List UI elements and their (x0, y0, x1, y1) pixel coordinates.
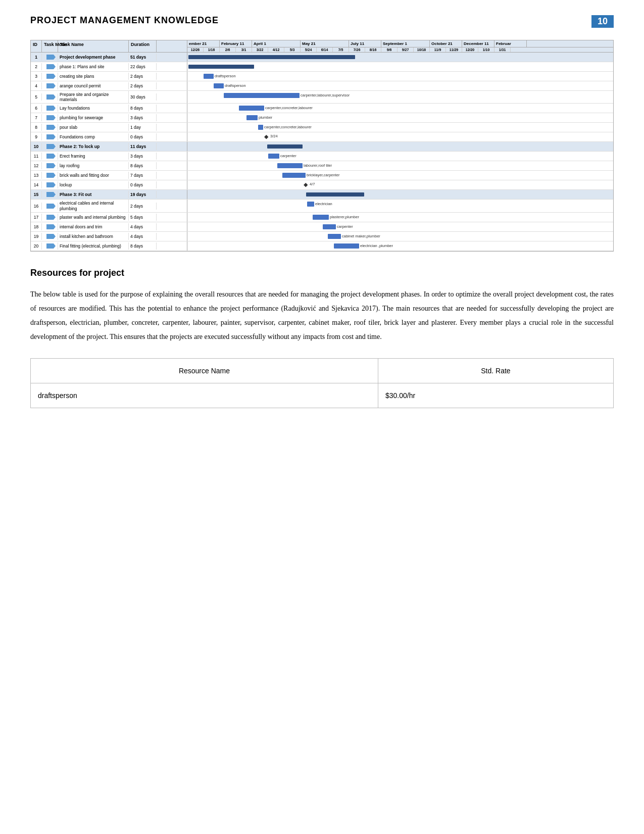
cell-id-9: 9 (31, 133, 42, 140)
cell-id-11: 11 (31, 153, 42, 160)
cell-name-3: creating site plans (58, 73, 129, 80)
cell-mode-11 (42, 153, 58, 160)
gantt-left-19: 19 install kitchen and bathroom 4 days (31, 232, 187, 241)
cell-name-4: arange council permit (58, 82, 129, 89)
date-19: 1/10 (478, 47, 494, 52)
date-9: 6/14 (317, 47, 333, 52)
cell-dur-11: 3 days (129, 153, 157, 160)
cell-name-16: electrical cables and internal plumbing (58, 200, 129, 212)
cell-dur-8: 1 day (129, 124, 157, 131)
gantt-left-17: 17 plaster walls and internal plumbing 5… (31, 213, 187, 222)
date-17: 11/29 (446, 47, 462, 52)
cell-id-8: 8 (31, 124, 42, 131)
gantt-left-2: 2 phase 1: Plans and site 22 days (31, 62, 187, 71)
date-12: 8/16 (365, 47, 381, 52)
month-may: May 21 (301, 40, 349, 47)
cell-id-7: 7 (31, 114, 42, 121)
gantt-row-15: 15 Phase 3: Fit out 19 days (31, 190, 613, 200)
date-10: 7/5 (333, 47, 349, 52)
cell-mode-15 (42, 191, 58, 198)
cell-dur-14: 0 days (129, 181, 157, 188)
cell-name-7: plumbing for sewerage (58, 114, 129, 121)
month-dec: December 11 (462, 40, 494, 47)
gantt-chart: ID Task Mode Task Name Duration ember 21… (30, 40, 614, 252)
cell-dur-1: 51 days (129, 54, 157, 61)
timeline-dates: 12/26 1/16 2/6 3/1 3/22 4/12 5/3 5/24 6/… (187, 47, 613, 52)
gantt-bar-11: carpenter (187, 152, 613, 161)
gantt-row-18: 18 internal doors and trim 4 days carpen… (31, 222, 613, 232)
cell-dur-12: 8 days (129, 162, 157, 169)
cell-dur-20: 8 days (129, 242, 157, 250)
date-6: 4/12 (268, 47, 284, 52)
gantt-left-16: 16 electrical cables and internal plumbi… (31, 200, 187, 212)
cell-dur-5: 30 days (129, 93, 157, 101)
month-feb2: Februar (494, 40, 527, 47)
cell-dur-10: 11 days (129, 143, 157, 150)
cell-id-4: 4 (31, 82, 42, 89)
cell-dur-6: 8 days (129, 105, 157, 112)
cell-id-14: 14 (31, 181, 42, 188)
gantt-left-9: 9 Foundations comp 0 days (31, 132, 187, 141)
gantt-left-12: 12 lay roofing 8 days (31, 161, 187, 170)
gantt-bar-3: draftsperson (187, 72, 613, 81)
cell-mode-20 (42, 242, 58, 250)
gantt-row-8: 8 pour slab 1 day carpenter,concreter,la… (31, 123, 613, 132)
cell-name-9: Foundations comp (58, 133, 129, 140)
cell-name-11: Erect framing (58, 153, 129, 160)
col-id: ID (31, 40, 42, 52)
gantt-bar-12: labourer,roof tiler (187, 161, 613, 170)
date-1: 12/26 (187, 47, 204, 52)
gantt-left-18: 18 internal doors and trim 4 days (31, 222, 187, 231)
cell-id-18: 18 (31, 223, 42, 230)
cell-mode-9 (42, 133, 58, 140)
date-5: 3/22 (252, 47, 268, 52)
cell-dur-9: 0 days (129, 133, 157, 140)
month-apr: April 1 (252, 40, 301, 47)
cell-id-3: 3 (31, 73, 42, 80)
resources-body: The below table is used for the purpose … (30, 287, 614, 344)
cell-id-5: 5 (31, 93, 42, 101)
cell-id-15: 15 (31, 191, 42, 198)
resources-section: Resources for project The below table is… (30, 268, 614, 408)
gantt-timeline-header: ember 21 February 11 April 1 May 21 July… (187, 40, 613, 52)
gantt-bar-6: carpenter,concreter,labourer (187, 104, 613, 113)
cell-mode-10 (42, 143, 58, 150)
gantt-row-16: 16 electrical cables and internal plumbi… (31, 200, 613, 212)
cell-id-13: 13 (31, 172, 42, 179)
month-sep: September 1 (381, 40, 430, 47)
date-13: 9/6 (381, 47, 398, 52)
cell-id-12: 12 (31, 162, 42, 169)
cell-name-5: Prepare site and organize materials (58, 91, 129, 103)
gantt-row-13: 13 brick walls and fitting door 7 days b… (31, 171, 613, 180)
gantt-left-7: 7 plumbing for sewerage 3 days (31, 113, 187, 122)
month-oct: October 21 (430, 40, 462, 47)
gantt-row-3: 3 creating site plans 2 days draftsperso… (31, 72, 613, 81)
cell-name-10: Phase 2: To lock up (58, 143, 129, 150)
gantt-bar-20: electrician ,plumber (187, 241, 613, 251)
cell-name-14: lockup (58, 181, 129, 188)
cell-mode-13 (42, 172, 58, 179)
gantt-bar-2 (187, 62, 613, 71)
gantt-left-10: 10 Phase 2: To lock up 11 days (31, 142, 187, 151)
cell-name-13: brick walls and fitting door (58, 172, 129, 179)
page-number: 10 (591, 15, 614, 28)
cell-mode-5 (42, 93, 58, 101)
cell-dur-2: 22 days (129, 63, 157, 70)
gantt-bar-1 (187, 53, 613, 62)
cell-dur-3: 2 days (129, 73, 157, 80)
cell-name-1: Project development phase (58, 54, 129, 61)
date-4: 3/1 (236, 47, 252, 52)
cell-mode-7 (42, 114, 58, 121)
gantt-bar-10 (187, 142, 613, 151)
month-nov: ember 21 (187, 40, 220, 47)
gantt-left-4: 4 arange council permit 2 days (31, 81, 187, 90)
col-resource-name: Resource Name (31, 358, 378, 383)
cell-name-12: lay roofing (58, 162, 129, 169)
gantt-left-11: 11 Erect framing 3 days (31, 152, 187, 161)
cell-mode-3 (42, 73, 58, 80)
gantt-row-19: 19 install kitchen and bathroom 4 days c… (31, 232, 613, 241)
gantt-row-10: 10 Phase 2: To lock up 11 days (31, 142, 613, 152)
cell-dur-17: 5 days (129, 214, 157, 221)
gantt-left-3: 3 creating site plans 2 days (31, 72, 187, 81)
cell-id-10: 10 (31, 143, 42, 150)
